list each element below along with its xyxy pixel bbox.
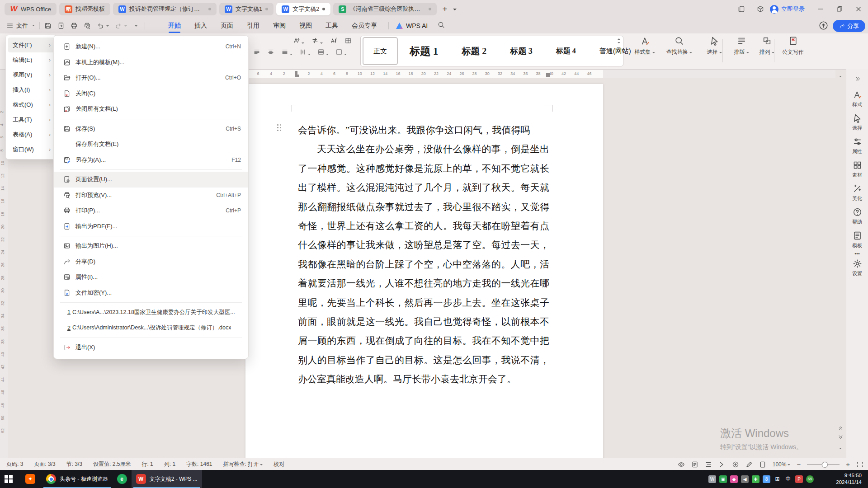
- ribbon-tab-页面[interactable]: 页面: [214, 18, 240, 33]
- file-menu-item[interactable]: 页面设置(U)...: [54, 172, 248, 188]
- tray-icon[interactable]: ✚: [752, 475, 760, 483]
- indent-marker[interactable]: [295, 75, 299, 77]
- file-menu-item[interactable]: 新建(N)...Ctrl+N: [54, 39, 248, 55]
- spellcheck-toggle[interactable]: 拼写检查: 打开: [223, 460, 263, 468]
- outline-view-icon[interactable]: [705, 461, 712, 468]
- login-button[interactable]: 立即登录: [770, 5, 805, 14]
- style-item[interactable]: 正文: [363, 37, 398, 65]
- menu-item-视图(V)[interactable]: 视图(V)›: [8, 67, 54, 82]
- menu-item-文件(F)[interactable]: 文件(F)›: [8, 38, 54, 52]
- ribbon-tab-引用[interactable]: 引用: [240, 18, 266, 33]
- tray-icon[interactable]: 69: [806, 475, 814, 483]
- ribbon-button-公文写作[interactable]: 公文写作: [778, 36, 807, 56]
- format-icon[interactable]: [330, 37, 337, 46]
- taskbar-app-browser[interactable]: e: [113, 470, 132, 488]
- tab-chip[interactable]: 稻找稻壳模板: [59, 3, 110, 15]
- file-menu-item[interactable]: 打开(O)...Ctrl+O: [54, 70, 248, 86]
- ribbon-tab-开始[interactable]: 开始: [161, 18, 188, 33]
- ribbon-button-选择[interactable]: 选择: [700, 36, 729, 56]
- undo-button[interactable]: [97, 22, 109, 29]
- format-icon[interactable]: [317, 48, 329, 57]
- reading-mode-icon[interactable]: [678, 461, 685, 468]
- tab-chip[interactable]: S《河南省三级综合医院执业评审细: [333, 3, 437, 15]
- panel-item-设置[interactable]: 设置: [846, 259, 868, 277]
- fit-page-icon[interactable]: [759, 461, 766, 468]
- exit-menu-item[interactable]: 退出(X): [54, 340, 248, 356]
- file-menu-item[interactable]: 分享(D): [54, 254, 248, 270]
- file-menu-button[interactable]: 文件: [6, 22, 35, 30]
- tab-chip[interactable]: W投诉处罚管理规定（修订）.docx: [113, 3, 217, 15]
- wps-ai-button[interactable]: WPS AI: [396, 22, 428, 29]
- pen-icon[interactable]: [745, 461, 753, 468]
- zoom-in-button[interactable]: +: [846, 460, 850, 468]
- tray-icon[interactable]: ◀: [741, 475, 749, 483]
- minimize-button[interactable]: [811, 0, 830, 18]
- zoom-out-button[interactable]: −: [797, 460, 801, 468]
- tray-icon[interactable]: P: [795, 475, 803, 483]
- menu-item-窗口(W)[interactable]: 窗口(W)›: [8, 142, 54, 157]
- tab-list-caret-icon[interactable]: [453, 9, 457, 12]
- indent-marker[interactable]: [546, 73, 550, 77]
- tray-icon[interactable]: 8: [763, 475, 770, 483]
- ribbon-button-查找替换[interactable]: 查找替换: [665, 36, 693, 56]
- recent-file-item[interactable]: 1C:\Users\A...\2023.12.18国家卫生健康委办公厅关于印发大…: [54, 305, 248, 320]
- file-menu-item[interactable]: 输出为PDF(F)...: [54, 219, 248, 235]
- format-icon[interactable]: [253, 48, 260, 57]
- start-button[interactable]: [0, 470, 17, 488]
- vertical-scrollbar[interactable]: [836, 70, 844, 458]
- panel-more-icon[interactable]: •••: [846, 251, 868, 256]
- cloud-upload-icon[interactable]: [819, 21, 828, 32]
- zoom-tool-icon[interactable]: [732, 461, 739, 468]
- ribbon-button-样式集[interactable]: 样式集: [630, 36, 659, 56]
- zoom-level-button[interactable]: 100%: [773, 461, 791, 468]
- proofread-button[interactable]: 校对: [274, 460, 284, 468]
- cube-icon[interactable]: [751, 0, 770, 18]
- ribbon-tab-工具[interactable]: 工具: [319, 18, 345, 33]
- save-button[interactable]: [44, 22, 52, 29]
- tray-icon[interactable]: ⊞: [774, 475, 781, 483]
- file-menu-item[interactable]: 输出为图片(H)...: [54, 238, 248, 254]
- format-icon[interactable]: [281, 48, 292, 57]
- ribbon-tab-会员专享[interactable]: 会员专享: [345, 18, 384, 33]
- taskbar-clock[interactable]: 9:45:50 2024/11/14: [836, 470, 862, 488]
- menu-item-表格(A)[interactable]: 表格(A)›: [8, 127, 54, 142]
- share-button[interactable]: 分享: [833, 20, 865, 32]
- ribbon-tab-插入[interactable]: 插入: [188, 18, 214, 33]
- menu-item-编辑(E)[interactable]: 编辑(E)›: [8, 52, 54, 67]
- gallery-down-icon[interactable]: [618, 42, 620, 45]
- restore-button[interactable]: [830, 0, 849, 18]
- pinned-app-icon[interactable]: ✦: [21, 470, 40, 488]
- close-button[interactable]: [849, 0, 868, 18]
- gallery-more-icon[interactable]: [616, 46, 621, 51]
- scroll-down-icon[interactable]: [836, 445, 844, 453]
- tab-chip[interactable]: WWPS Office: [5, 3, 57, 15]
- file-menu-item[interactable]: 文件加密(Y)...: [54, 285, 248, 301]
- file-menu-item[interactable]: 关闭(C): [54, 86, 248, 102]
- new-tab-button[interactable]: +: [439, 4, 450, 14]
- format-icon[interactable]: [311, 37, 323, 46]
- next-page-button[interactable]: [836, 433, 844, 441]
- menu-item-工具(T)[interactable]: 工具(T)›: [8, 112, 54, 127]
- format-icon[interactable]: [293, 37, 304, 46]
- ribbon-tab-视图[interactable]: 视图: [292, 18, 319, 33]
- file-menu-item[interactable]: 打印预览(V)...Ctrl+Alt+P: [54, 188, 248, 203]
- panel-item-帮助[interactable]: 帮助: [846, 207, 868, 225]
- file-menu-item[interactable]: 保存(S)Ctrl+S: [54, 121, 248, 137]
- taskbar-app[interactable]: 头条号 - 极速浏览器: [42, 470, 113, 488]
- file-menu-item[interactable]: 保存所有文档(E): [54, 136, 248, 152]
- style-item[interactable]: 标题 2: [450, 38, 498, 64]
- tab-chip[interactable]: W文字文稿1: [219, 3, 274, 15]
- tray-icon[interactable]: ▣: [719, 475, 727, 483]
- print-preview-button[interactable]: [84, 22, 91, 29]
- format-icon[interactable]: [344, 37, 352, 46]
- collapse-panel-icon[interactable]: [853, 75, 861, 83]
- panel-item-模板[interactable]: 模板: [846, 231, 868, 249]
- ribbon-tab-审阅[interactable]: 审阅: [266, 18, 292, 33]
- customize-toolbar-caret[interactable]: [135, 25, 137, 28]
- menu-item-格式(O)[interactable]: 格式(O)›: [8, 97, 54, 112]
- scroll-up-icon[interactable]: [836, 73, 844, 81]
- previous-page-button[interactable]: [836, 423, 844, 432]
- ribbon-button-排列[interactable]: 排列: [752, 36, 781, 56]
- panel-item-素材[interactable]: 素材: [846, 160, 868, 178]
- style-item[interactable]: 标题 3: [498, 38, 544, 64]
